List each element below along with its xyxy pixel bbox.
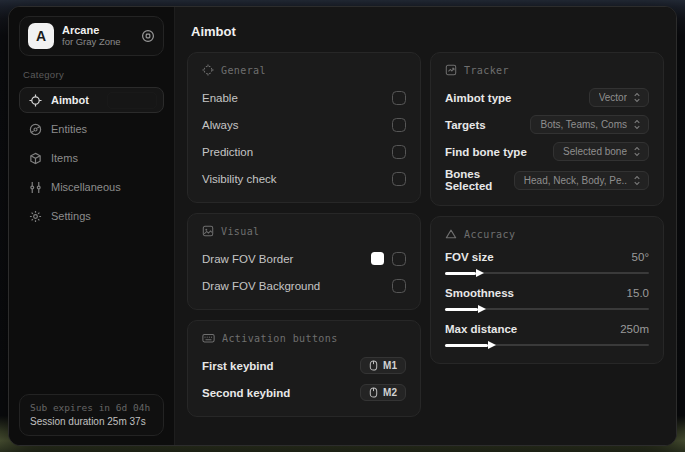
- slider-value: 15.0: [627, 287, 649, 299]
- sidebar-item-aimbot[interactable]: Aimbot: [19, 87, 164, 113]
- dropdown-value: Bots, Teams, Coms: [540, 119, 627, 130]
- second-keybind-button[interactable]: M2: [360, 384, 406, 401]
- app-name: Arcane: [62, 24, 133, 37]
- visual-header-label: Visual: [221, 226, 260, 237]
- find-bone-type-dropdown[interactable]: Selected bone: [553, 142, 649, 161]
- tracker-header: Tracker: [445, 64, 649, 76]
- accuracy-header-label: Accuracy: [464, 229, 515, 240]
- gear-icon: [29, 210, 42, 223]
- row-label: Smoothness: [445, 287, 514, 299]
- slider-value: 50°: [632, 251, 649, 263]
- row-label: FOV size: [445, 251, 494, 263]
- chevrons-up-down-icon: [633, 175, 641, 186]
- category-label: Category: [23, 69, 160, 80]
- activation-card: Activation buttons First keybind M1: [187, 320, 421, 417]
- row-label: Find bone type: [445, 146, 527, 158]
- draw-fov-background-checkbox[interactable]: [392, 279, 406, 293]
- fov-border-color-swatch[interactable]: [371, 252, 384, 265]
- ghost-badge: [107, 92, 157, 109]
- bones-selected-dropdown[interactable]: Head, Neck, Body, Pe..: [514, 171, 649, 190]
- sidebar-item-label: Miscellaneous: [51, 181, 121, 193]
- row-label: Max distance: [445, 323, 517, 335]
- sidebar-item-label: Items: [51, 152, 78, 164]
- app-meta: Arcane for Gray Zone: [62, 24, 133, 48]
- row-label: Draw FOV Background: [202, 280, 320, 292]
- row-label: Visibility check: [202, 173, 277, 185]
- general-header: General: [202, 64, 406, 76]
- sidebar-item-miscellaneous[interactable]: Miscellaneous: [19, 174, 164, 200]
- session-duration-text: Session duration 25m 37s: [30, 416, 153, 427]
- row-label: Bones Selected: [445, 168, 514, 192]
- prediction-checkbox[interactable]: [392, 145, 406, 159]
- row-label: Targets: [445, 119, 486, 131]
- sidebar-item-items[interactable]: Items: [19, 145, 164, 171]
- slider-thumb[interactable]: [478, 305, 486, 313]
- general-header-label: General: [221, 65, 266, 76]
- setting-row-first-keybind: First keybind M1: [202, 355, 406, 376]
- mouse-icon: [369, 387, 378, 398]
- enable-checkbox[interactable]: [392, 91, 406, 105]
- activation-header-label: Activation buttons: [222, 333, 338, 344]
- general-card: General Enable Always Prediction: [187, 52, 421, 203]
- subscription-card: Sub expires in 6d 04h Session duration 2…: [19, 394, 164, 436]
- dropdown-value: Selected bone: [563, 146, 627, 157]
- sub-expiry-text: Sub expires in 6d 04h: [30, 402, 153, 413]
- chevrons-up-down-icon: [633, 92, 641, 103]
- dropdown-value: Vector: [599, 92, 627, 103]
- setting-row-targets: Targets Bots, Teams, Coms: [445, 114, 649, 135]
- dropdown-value: Head, Neck, Body, Pe..: [524, 175, 627, 186]
- keybind-value: M2: [383, 387, 397, 398]
- image-icon: [202, 225, 214, 237]
- slider-thumb[interactable]: [488, 341, 496, 349]
- setting-row-find-bone-type: Find bone type Selected bone: [445, 141, 649, 162]
- package-icon: [29, 152, 42, 165]
- row-label: Always: [202, 119, 238, 131]
- sidebar-item-entities[interactable]: Entities: [19, 116, 164, 142]
- tracker-card: Tracker Aimbot type Vector: [430, 52, 664, 206]
- smoothness-slider[interactable]: [445, 304, 649, 314]
- slider-fill: [445, 308, 478, 311]
- sidebar-item-settings[interactable]: Settings: [19, 203, 164, 229]
- setting-row-aimbot-type: Aimbot type Vector: [445, 87, 649, 108]
- row-label: Enable: [202, 92, 238, 104]
- visual-header: Visual: [202, 225, 406, 237]
- activation-header: Activation buttons: [202, 332, 406, 344]
- setting-row-always: Always: [202, 114, 406, 135]
- fov-size-slider[interactable]: [445, 268, 649, 278]
- slider-value: 250m: [620, 323, 649, 335]
- setting-row-prediction: Prediction: [202, 141, 406, 162]
- app-window: A Arcane for Gray Zone Category Aimbot: [8, 6, 677, 446]
- app-logo: A: [28, 23, 54, 49]
- app-header-card: A Arcane for Gray Zone: [19, 16, 164, 56]
- setting-row-second-keybind: Second keybind M2: [202, 382, 406, 403]
- chevrons-up-down-icon: [633, 119, 641, 130]
- accuracy-card: Accuracy FOV size 50°: [430, 216, 664, 364]
- smoothness-slider-group: Smoothness 15.0: [445, 287, 649, 314]
- tracker-icon: [445, 64, 457, 76]
- slider-thumb[interactable]: [476, 269, 484, 277]
- row-label: Draw FOV Border: [202, 253, 293, 265]
- draw-fov-border-checkbox[interactable]: [392, 252, 406, 266]
- sidebar-item-label: Entities: [51, 123, 87, 135]
- setting-row-bones-selected: Bones Selected Head, Neck, Body, Pe..: [445, 168, 649, 192]
- accuracy-header: Accuracy: [445, 228, 649, 240]
- first-keybind-button[interactable]: M1: [360, 357, 406, 374]
- setting-row-enable: Enable: [202, 87, 406, 108]
- max-distance-slider[interactable]: [445, 340, 649, 350]
- sidebar: A Arcane for Gray Zone Category Aimbot: [9, 7, 175, 445]
- power-icon[interactable]: [141, 29, 155, 43]
- slider-fill: [445, 344, 488, 347]
- crosshair-icon: [29, 94, 42, 107]
- fov-size-slider-group: FOV size 50°: [445, 251, 649, 278]
- aimbot-type-dropdown[interactable]: Vector: [589, 88, 649, 107]
- app-subtitle: for Gray Zone: [62, 37, 133, 48]
- row-label: First keybind: [202, 360, 274, 372]
- targets-dropdown[interactable]: Bots, Teams, Coms: [530, 115, 649, 134]
- triangle-icon: [445, 228, 457, 240]
- always-checkbox[interactable]: [392, 118, 406, 132]
- keyboard-icon: [202, 332, 215, 344]
- visibility-check-checkbox[interactable]: [392, 172, 406, 186]
- row-label: Aimbot type: [445, 92, 511, 104]
- mouse-icon: [369, 360, 378, 371]
- row-label: Second keybind: [202, 387, 290, 399]
